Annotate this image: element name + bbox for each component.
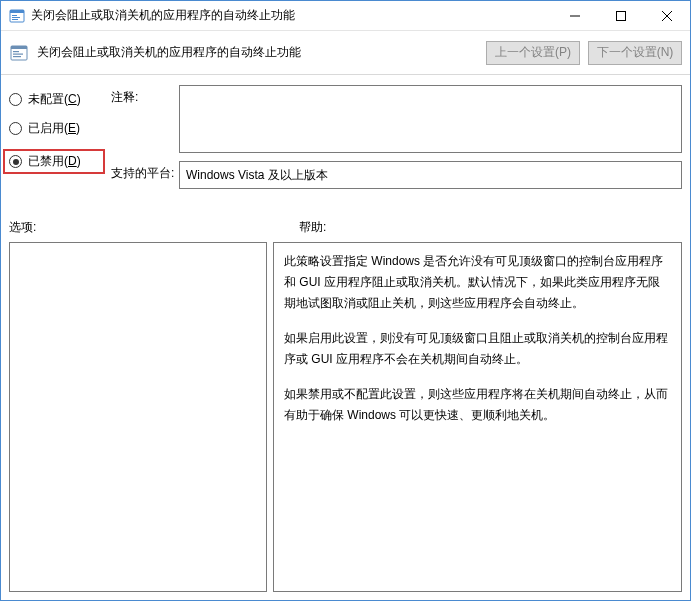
comment-label: 注释: bbox=[111, 85, 179, 106]
svg-rect-1 bbox=[10, 10, 24, 13]
section-labels: 选项: 帮助: bbox=[1, 201, 690, 242]
highlight-box: 已禁用(D) bbox=[3, 149, 105, 174]
close-button[interactable] bbox=[644, 1, 690, 31]
bottom-panels: 此策略设置指定 Windows 是否允许没有可见顶级窗口的控制台应用程序和 GU… bbox=[1, 242, 690, 600]
radio-label: 已启用(E) bbox=[28, 120, 80, 137]
radio-disabled[interactable]: 已禁用(D) bbox=[9, 153, 81, 170]
policy-editor-window: 关闭会阻止或取消关机的应用程序的自动终止功能 关闭会阻止或取消关机的应用程序的自… bbox=[0, 0, 691, 601]
supported-platform-value: Windows Vista 及以上版本 bbox=[179, 161, 682, 189]
svg-rect-13 bbox=[13, 56, 21, 57]
svg-rect-6 bbox=[617, 11, 626, 20]
policy-title: 关闭会阻止或取消关机的应用程序的自动终止功能 bbox=[37, 44, 478, 61]
radio-circle-icon bbox=[9, 122, 22, 135]
radio-group: 未配置(C) 已启用(E) 已禁用(D) bbox=[9, 85, 101, 197]
help-paragraph: 此策略设置指定 Windows 是否允许没有可见顶级窗口的控制台应用程序和 GU… bbox=[284, 251, 671, 314]
radio-circle-icon bbox=[9, 93, 22, 106]
policy-icon bbox=[9, 43, 29, 63]
options-panel[interactable] bbox=[9, 242, 267, 592]
fields-column: 注释: 支持的平台: Windows Vista 及以上版本 bbox=[111, 85, 682, 197]
app-icon bbox=[9, 8, 25, 24]
radio-label: 未配置(C) bbox=[28, 91, 81, 108]
radio-circle-icon bbox=[9, 155, 22, 168]
comment-row: 注释: bbox=[111, 85, 682, 153]
minimize-button[interactable] bbox=[552, 1, 598, 31]
window-title: 关闭会阻止或取消关机的应用程序的自动终止功能 bbox=[31, 7, 552, 24]
svg-rect-10 bbox=[11, 46, 27, 49]
config-row: 未配置(C) 已启用(E) 已禁用(D) 注释: 支持的平台: Windows … bbox=[1, 75, 690, 201]
header-row: 关闭会阻止或取消关机的应用程序的自动终止功能 上一个设置(P) 下一个设置(N) bbox=[1, 31, 690, 75]
help-paragraph: 如果禁用或不配置此设置，则这些应用程序将在关机期间自动终止，从而有助于确保 Wi… bbox=[284, 384, 671, 426]
maximize-button[interactable] bbox=[598, 1, 644, 31]
svg-rect-2 bbox=[12, 15, 17, 16]
svg-rect-4 bbox=[12, 19, 18, 20]
options-label: 选项: bbox=[9, 219, 299, 236]
svg-rect-11 bbox=[13, 51, 19, 52]
previous-setting-button[interactable]: 上一个设置(P) bbox=[486, 41, 580, 65]
platform-label: 支持的平台: bbox=[111, 161, 179, 182]
help-panel[interactable]: 此策略设置指定 Windows 是否允许没有可见顶级窗口的控制台应用程序和 GU… bbox=[273, 242, 682, 592]
titlebar: 关闭会阻止或取消关机的应用程序的自动终止功能 bbox=[1, 1, 690, 31]
svg-rect-3 bbox=[12, 17, 20, 18]
next-setting-button[interactable]: 下一个设置(N) bbox=[588, 41, 682, 65]
radio-enabled[interactable]: 已启用(E) bbox=[9, 120, 101, 137]
help-paragraph: 如果启用此设置，则没有可见顶级窗口且阻止或取消关机的控制台应用程序或 GUI 应… bbox=[284, 328, 671, 370]
platform-row: 支持的平台: Windows Vista 及以上版本 bbox=[111, 161, 682, 189]
comment-input[interactable] bbox=[179, 85, 682, 153]
svg-rect-12 bbox=[13, 53, 23, 54]
radio-not-configured[interactable]: 未配置(C) bbox=[9, 91, 101, 108]
radio-label: 已禁用(D) bbox=[28, 153, 81, 170]
help-label: 帮助: bbox=[299, 219, 682, 236]
